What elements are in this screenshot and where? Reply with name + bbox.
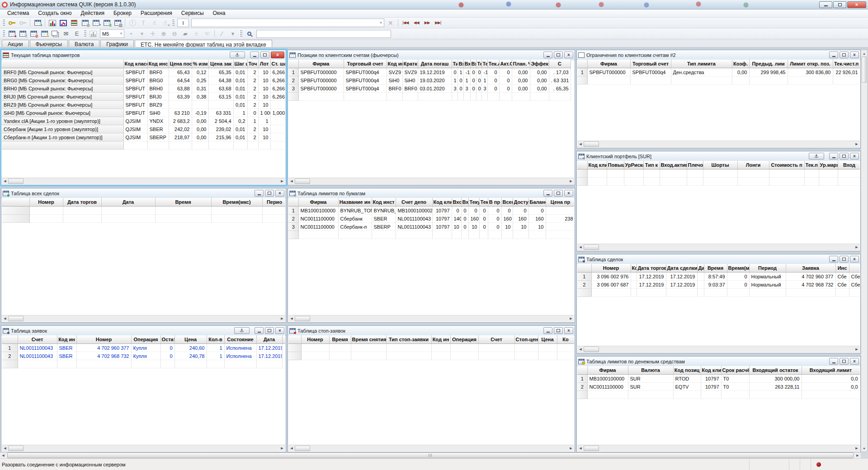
column-header[interactable]: Торговый счет <box>630 60 671 68</box>
column-header[interactable]: Время(мкс) <box>211 198 262 207</box>
orders-close-button[interactable]: × <box>275 327 284 334</box>
command-combobox[interactable]: ▼ <box>191 19 384 27</box>
column-header[interactable]: Код кли <box>701 366 721 375</box>
orders-anchor-button[interactable]: ⚓ <box>234 327 250 334</box>
toolbar-grip[interactable] <box>84 30 86 38</box>
stop-orders-minimize-button[interactable] <box>543 327 552 334</box>
column-header[interactable] <box>849 264 860 273</box>
table-row[interactable]: SiH0 [МБ Срочный рынок: Фьючерсы]SPBFUTS… <box>2 109 285 117</box>
column-header[interactable]: Код инст <box>372 198 396 207</box>
column-header[interactable]: Доступ <box>513 198 528 207</box>
portfolio-close-button[interactable]: × <box>850 153 859 160</box>
column-header[interactable]: Цена зак <box>208 60 233 68</box>
toolbar-grip[interactable] <box>240 30 242 38</box>
column-header[interactable]: УрРиска <box>624 161 643 169</box>
scroll-left-icon[interactable]: ◀ <box>288 178 295 184</box>
cancel-hand-icon[interactable]: ☝× <box>160 19 170 27</box>
column-header[interactable]: Лонги <box>737 161 769 169</box>
column-header[interactable]: Цена пос <box>169 60 192 68</box>
disconnect-key-icon[interactable] <box>18 19 28 27</box>
text-label-icon[interactable]: T <box>138 19 148 27</box>
sec-limits-hscrollbar[interactable]: ◀ ▶ <box>288 315 574 322</box>
timeframe-select[interactable]: M5 ▼ <box>100 29 124 38</box>
scroll-thumb[interactable] <box>862 56 867 83</box>
trades-minimize-button[interactable] <box>829 256 838 263</box>
money-limits-minimize-button[interactable] <box>829 358 838 365</box>
orders-hscrollbar[interactable]: ◀ ▶ <box>2 445 285 451</box>
restrictions-maximize-button[interactable] <box>840 52 849 58</box>
trades-hscrollbar[interactable]: ◀ ▶ <box>577 346 860 352</box>
report-table-icon[interactable]: ▤ <box>113 19 123 27</box>
search-icon[interactable] <box>244 29 254 38</box>
params-minimize-button[interactable] <box>250 52 259 58</box>
column-header[interactable]: Цена пр <box>546 198 574 207</box>
column-header[interactable]: % изм <box>192 60 208 68</box>
sec-limits-minimize-button[interactable] <box>543 190 552 197</box>
column-header[interactable]: Лот <box>258 60 270 68</box>
all-trades-minimize-button[interactable] <box>255 190 264 197</box>
positions-hscrollbar[interactable]: ◀ ▶ <box>288 178 574 184</box>
column-header[interactable]: Цена <box>175 335 207 344</box>
column-header[interactable]: Баланс <box>528 198 546 207</box>
column-header[interactable]: Коэф. <box>732 60 749 68</box>
menu-extensions[interactable]: Расширения <box>136 9 177 17</box>
column-header[interactable]: Срок расчё <box>721 366 749 375</box>
table-row[interactable] <box>288 344 574 352</box>
column-header[interactable]: Ст. шаг <box>270 60 285 68</box>
column-header[interactable]: Номер <box>76 335 131 344</box>
copy-table-icon[interactable] <box>50 29 60 38</box>
table-row[interactable]: BRJ0 [МБ Срочный рынок: Фьючерсы]SPBFUTB… <box>2 93 285 101</box>
scroll-right-icon[interactable]: ▶ <box>854 141 860 147</box>
scroll-thumb[interactable] <box>584 141 599 147</box>
scroll-right-icon[interactable]: ▶ <box>568 315 574 322</box>
table-row[interactable]: 13 096 002 97617.12.201917.12.20198:57:4… <box>577 273 860 281</box>
column-header[interactable]: Фирма <box>298 60 344 68</box>
app-titlebar[interactable]: Информационная система QUIK (версия 8.1.… <box>0 0 868 9</box>
column-header[interactable]: В пр <box>488 198 501 207</box>
restrictions-minimize-button[interactable] <box>829 52 838 58</box>
column-header[interactable]: Эффек <box>530 60 549 68</box>
column-header[interactable]: Код ин <box>431 335 450 344</box>
scroll-right-icon[interactable]: ▶ <box>568 445 574 451</box>
table-row[interactable]: BRG0 [МБ Срочный рынок: Фьючерсы]SPBFUTB… <box>2 76 285 85</box>
stop-orders-table-icon[interactable]: ⊘ <box>28 29 38 38</box>
column-header[interactable]: Время(м <box>727 264 749 273</box>
stop-orders-maximize-button[interactable] <box>554 327 563 334</box>
workspace-vertical-scrollbar[interactable]: ▲ ▼ <box>861 50 868 452</box>
scroll-left-icon[interactable]: ◀ <box>577 346 584 352</box>
column-header[interactable]: Вх <box>470 60 476 68</box>
table-row[interactable] <box>2 207 285 215</box>
toolbar-grip[interactable] <box>2 30 5 38</box>
column-header[interactable]: Счет <box>18 335 57 344</box>
column-header[interactable]: Кол-в <box>207 335 224 344</box>
scroll-thumb[interactable] <box>584 446 599 451</box>
crosshair-move-icon[interactable]: ✛ <box>148 29 158 38</box>
table-row[interactable]: 3NC0011100000Сбербанк-пSBERPNL0011100043… <box>288 223 574 231</box>
column-header[interactable]: Название ин <box>338 198 372 207</box>
column-header[interactable]: Время <box>704 264 727 273</box>
positions-titlebar[interactable]: Позиции по клиентским счетам (фьючерсы) … <box>288 50 575 60</box>
column-header[interactable]: Дата <box>101 198 155 207</box>
next-record-button[interactable]: ▶▶ <box>422 19 432 27</box>
scroll-right-icon[interactable]: ▶ <box>854 452 861 459</box>
column-header[interactable]: Инс <box>835 264 849 273</box>
sec-limits-maximize-button[interactable] <box>554 190 563 197</box>
table-settings-icon[interactable]: * <box>91 19 101 27</box>
column-header[interactable]: Операция <box>131 335 160 344</box>
table-row[interactable]: 3SPBFUT000000SPBFUT000q4BRF0BRF003.01.20… <box>288 85 571 93</box>
column-header[interactable]: Вхо <box>452 198 461 207</box>
table-row[interactable] <box>2 141 285 150</box>
params-titlebar[interactable]: Текущая таблица параметров ⚓ × <box>1 50 286 60</box>
last-record-button[interactable]: ▶▶| <box>433 19 443 27</box>
quotes-list-icon[interactable] <box>69 19 79 27</box>
table-row[interactable] <box>577 178 860 186</box>
scroll-thumb[interactable] <box>8 316 24 321</box>
table-row[interactable]: 1SPBFUT000000SPBFUT000q4Ден.средства0,00… <box>577 68 860 76</box>
column-header[interactable]: Входящий остаток <box>749 366 802 375</box>
column-header[interactable]: Номер <box>301 335 329 344</box>
line-tool-icon[interactable]: ∕ <box>217 29 227 38</box>
column-header[interactable]: Заявка <box>786 264 835 273</box>
all-trades-close-button[interactable]: × <box>275 190 284 197</box>
trades-titlebar[interactable]: Таблица сделок × <box>577 254 860 264</box>
orders-minimize-button[interactable] <box>255 327 264 334</box>
